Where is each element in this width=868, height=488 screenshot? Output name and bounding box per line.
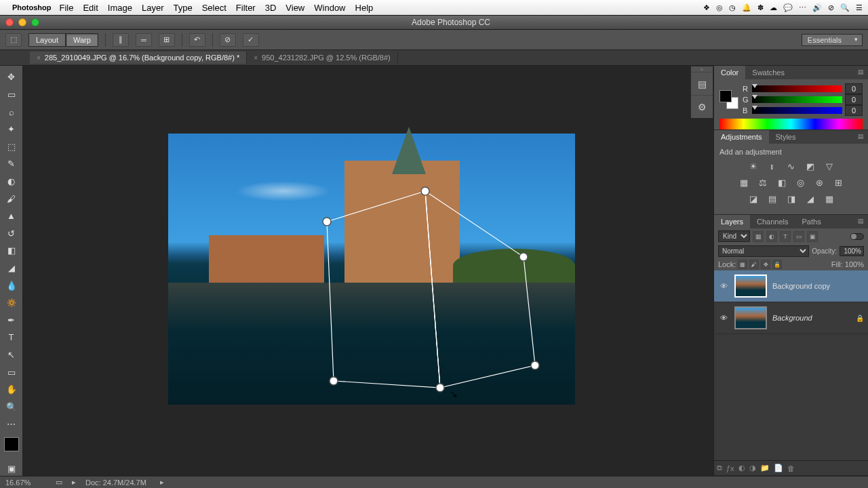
swatches-tab[interactable]: Swatches <box>745 66 791 79</box>
blend-mode-select[interactable]: Normal <box>718 245 809 257</box>
layer-thumbnail[interactable] <box>734 274 767 298</box>
type-tool[interactable]: T <box>3 330 20 345</box>
shape-tool[interactable]: ▭ <box>3 365 20 380</box>
app-name[interactable]: Photoshop <box>12 3 51 12</box>
dodge-tool[interactable]: 🔅 <box>3 296 20 310</box>
status-icon[interactable]: ▭ <box>56 478 62 487</box>
b-slider[interactable] <box>752 107 842 114</box>
straighten-horizontal-icon[interactable]: ═ <box>136 33 152 47</box>
delete-layer-icon[interactable]: 🗑 <box>787 464 795 472</box>
canvas[interactable]: ↘ <box>23 66 713 476</box>
close-window-button[interactable] <box>5 18 14 26</box>
healing-brush-tool[interactable]: ◐ <box>3 174 20 189</box>
curves-icon[interactable]: ∿ <box>785 160 798 172</box>
hue-sat-icon[interactable]: ▦ <box>737 176 751 188</box>
layer-visibility-icon[interactable]: 👁 <box>718 314 729 322</box>
new-group-icon[interactable]: 📁 <box>760 464 770 472</box>
pen-tool[interactable]: ✒ <box>3 313 20 328</box>
panel-menu-icon[interactable]: ▤ <box>854 215 868 228</box>
history-brush-tool[interactable]: ↺ <box>3 226 20 241</box>
status-menu-icon[interactable]: ▸ <box>160 478 164 487</box>
more-tools[interactable]: ⋯ <box>3 417 20 432</box>
menu-help[interactable]: Help <box>355 3 374 13</box>
layer-visibility-icon[interactable]: 👁 <box>718 282 729 290</box>
menu-image[interactable]: Image <box>108 3 132 13</box>
menu-edit[interactable]: Edit <box>83 3 98 13</box>
crop-tool[interactable]: ⬚ <box>3 139 20 154</box>
color-lookup-icon[interactable]: ⊞ <box>832 176 846 188</box>
exposure-icon[interactable]: ◩ <box>804 160 817 172</box>
close-tab-icon[interactable]: × <box>37 54 41 62</box>
eraser-tool[interactable]: ◧ <box>3 243 20 258</box>
clone-stamp-tool[interactable]: ▲ <box>3 209 20 224</box>
r-slider[interactable] <box>752 85 842 92</box>
tray-menu-icon[interactable]: ☰ <box>856 3 863 12</box>
quick-mask-icon[interactable]: ▣ <box>3 461 20 476</box>
magic-wand-tool[interactable]: ✦ <box>3 122 20 137</box>
tray-icon[interactable]: 💬 <box>783 3 793 12</box>
menu-file[interactable]: File <box>59 3 73 13</box>
layout-mode-button[interactable]: Layout <box>28 33 66 47</box>
document-tab[interactable]: × 950_4231282.JPG @ 12.5% (RGB/8#) <box>247 52 398 64</box>
document-tab[interactable]: × 285_2910049.JPG @ 16.7% (Background co… <box>30 52 247 64</box>
vibrance-icon[interactable]: ▽ <box>823 160 836 172</box>
properties-panel-icon[interactable]: ⚙ <box>691 95 713 118</box>
bw-icon[interactable]: ◧ <box>775 176 789 188</box>
b-value[interactable]: 0 <box>845 105 863 116</box>
history-panel-icon[interactable]: ▤ <box>691 72 713 95</box>
menu-3d[interactable]: 3D <box>265 3 277 13</box>
lock-position-icon[interactable]: ✥ <box>761 260 770 269</box>
lock-transparent-icon[interactable]: ▦ <box>738 260 747 269</box>
tray-icon[interactable]: ⊘ <box>828 3 834 12</box>
panel-menu-icon[interactable]: ▤ <box>854 66 868 79</box>
color-balance-icon[interactable]: ⚖ <box>756 176 770 188</box>
zoom-level[interactable]: 16.67% <box>5 479 46 487</box>
eyedropper-tool[interactable]: ✎ <box>3 157 20 171</box>
g-value[interactable]: 0 <box>845 94 863 105</box>
blur-tool[interactable]: 💧 <box>3 278 20 293</box>
status-arrow-icon[interactable]: ▸ <box>72 478 76 487</box>
gradient-tool[interactable]: ◢ <box>3 261 20 276</box>
marquee-tool[interactable]: ▭ <box>3 87 20 102</box>
tray-search-icon[interactable]: 🔍 <box>840 3 850 12</box>
tray-icon[interactable]: ◎ <box>716 3 723 12</box>
brightness-contrast-icon[interactable]: ☀ <box>747 160 760 172</box>
threshold-icon[interactable]: ◨ <box>785 192 798 205</box>
path-select-tool[interactable]: ↖ <box>3 348 20 363</box>
lasso-tool[interactable]: ⌕ <box>3 104 20 119</box>
filter-shape-icon[interactable]: ▭ <box>793 231 804 242</box>
tray-icon[interactable]: ✽ <box>757 3 764 12</box>
workspace-switcher[interactable]: Essentials <box>802 34 863 46</box>
levels-icon[interactable]: ⫾ <box>766 160 779 172</box>
menu-view[interactable]: View <box>285 3 304 13</box>
zoom-window-button[interactable] <box>31 18 39 26</box>
brush-tool[interactable]: 🖌 <box>3 191 20 206</box>
filter-type-icon[interactable]: T <box>780 231 791 242</box>
layer-filter-kind[interactable]: Kind <box>718 230 750 242</box>
perspective-warp-tool-icon[interactable]: ⬚ <box>5 33 22 47</box>
menu-window[interactable]: Window <box>314 3 345 13</box>
selective-color-icon[interactable]: ▦ <box>823 192 836 205</box>
photo-filter-icon[interactable]: ◎ <box>794 176 808 188</box>
adjustments-tab[interactable]: Adjustments <box>714 130 769 144</box>
menu-select[interactable]: Select <box>202 3 226 13</box>
zoom-tool[interactable]: 🔍 <box>3 400 20 415</box>
menu-filter[interactable]: Filter <box>236 3 256 13</box>
close-tab-icon[interactable]: × <box>254 54 258 62</box>
layer-name[interactable]: Background <box>772 314 812 322</box>
filter-adjust-icon[interactable]: ◐ <box>766 231 777 242</box>
cancel-icon[interactable]: ⊘ <box>220 33 236 47</box>
link-layers-icon[interactable]: ⧉ <box>717 464 722 472</box>
straighten-vertical-icon[interactable]: ∥ <box>113 33 129 47</box>
warp-mode-button[interactable]: Warp <box>66 33 98 47</box>
panel-menu-icon[interactable]: ▤ <box>854 130 868 144</box>
tray-icon[interactable]: ❖ <box>703 3 710 12</box>
new-layer-icon[interactable]: 📄 <box>774 464 783 472</box>
commit-icon[interactable]: ✓ <box>243 33 259 47</box>
minimize-window-button[interactable] <box>18 18 26 26</box>
hand-tool[interactable]: ✋ <box>3 382 20 397</box>
foreground-background-swatch[interactable] <box>4 437 19 452</box>
channels-tab[interactable]: Channels <box>750 215 795 228</box>
straighten-both-icon[interactable]: ⊞ <box>159 33 175 47</box>
filter-smart-icon[interactable]: ▣ <box>807 231 818 242</box>
